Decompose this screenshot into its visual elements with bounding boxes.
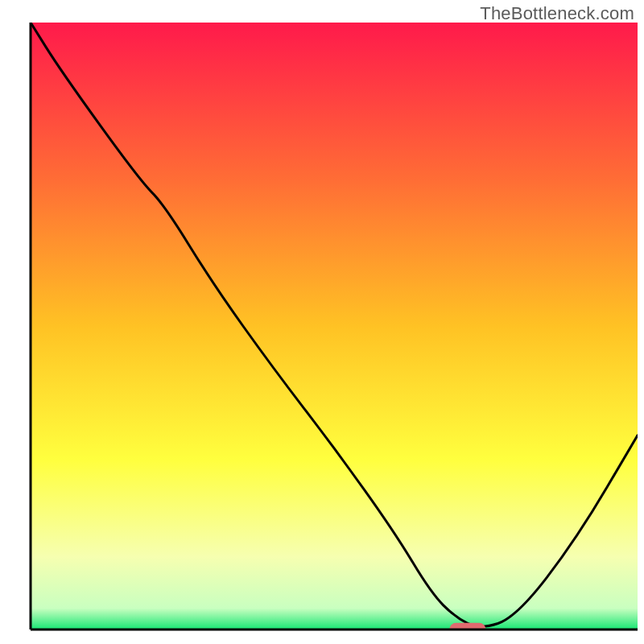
plot-background [31, 23, 638, 630]
chart-svg [0, 0, 644, 644]
watermark-text: TheBottleneck.com [480, 3, 634, 24]
bottleneck-chart: TheBottleneck.com [0, 0, 644, 644]
